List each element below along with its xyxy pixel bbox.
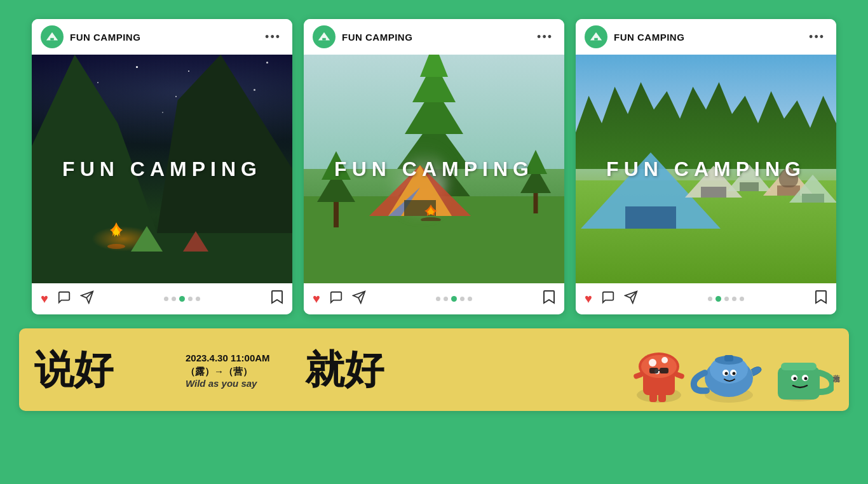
card-1-header: FUN CAMPING •••	[32, 19, 292, 55]
dot-1-4	[188, 297, 193, 301]
share-icon-2[interactable]	[352, 290, 366, 307]
svg-rect-24	[740, 182, 759, 191]
card-2-dots	[366, 296, 543, 302]
dot-2-3	[451, 296, 457, 302]
dot-1-5	[196, 297, 200, 301]
card-3-title: FUN CAMPING	[614, 32, 806, 43]
svg-rect-39	[660, 368, 668, 373]
svg-point-53	[733, 372, 736, 375]
dot-3-2	[715, 296, 721, 302]
dot-3-3	[724, 297, 729, 301]
svg-rect-6	[322, 38, 326, 41]
dot-3-1	[708, 297, 712, 301]
comment-icon-1[interactable]	[57, 290, 71, 307]
svg-rect-1	[50, 38, 54, 41]
card-2-footer-icons: ♥	[313, 290, 366, 307]
card-3-footer-icons: ♥	[585, 290, 638, 307]
banner-illustrations	[618, 335, 834, 405]
card-1-image: FUN CAMPING	[32, 55, 292, 283]
card-2: FUN CAMPING •••	[304, 19, 564, 314]
svg-point-35	[649, 359, 656, 366]
dot-2-4	[460, 297, 465, 301]
dot-1-1	[164, 297, 168, 301]
share-icon-3[interactable]	[624, 290, 638, 307]
share-icon-1[interactable]	[80, 290, 94, 307]
dot-2-1	[436, 297, 440, 301]
heart-icon-1[interactable]: ♥	[41, 292, 48, 306]
svg-point-60	[804, 377, 808, 380]
svg-rect-38	[649, 368, 658, 373]
comment-icon-2[interactable]	[329, 290, 343, 307]
dot-1-3	[179, 296, 185, 302]
svg-rect-15	[594, 38, 598, 41]
svg-point-34	[641, 355, 677, 378]
svg-point-36	[661, 357, 668, 363]
banner: 说好 2023.4.30 11:00AM （露）→（营） Wild as you…	[19, 328, 849, 411]
card-3: FUN CAMPING •••	[576, 19, 836, 314]
comment-icon-3[interactable]	[601, 290, 615, 307]
card-3-image: FUN CAMPING	[576, 55, 836, 283]
svg-rect-56	[781, 363, 817, 370]
banner-info: 2023.4.30 11:00AM （露）→（营） Wild as you sa…	[186, 351, 287, 389]
dot-2-5	[468, 297, 472, 301]
dot-2-2	[444, 297, 448, 301]
card-1-avatar	[41, 25, 64, 48]
banner-date: 2023.4.30 11:00AM	[186, 351, 287, 365]
card-1-title: FUN CAMPING	[70, 32, 262, 43]
card-3-footer: ♥	[576, 283, 836, 314]
bookmark-icon-2[interactable]	[543, 290, 555, 308]
svg-point-2	[107, 244, 125, 249]
svg-rect-44	[658, 393, 666, 402]
card-3-header: FUN CAMPING •••	[576, 19, 836, 55]
banner-left-text: 说好	[34, 350, 174, 389]
card-3-overlay: FUN CAMPING	[606, 158, 806, 181]
svg-rect-43	[649, 393, 657, 402]
svg-point-11	[421, 217, 441, 221]
banner-chinese-left: 说好	[34, 350, 174, 389]
dot-1-2	[172, 297, 176, 301]
svg-point-59	[794, 377, 797, 380]
card-2-overlay: FUN CAMPING	[334, 158, 534, 181]
card-1-dots	[94, 296, 271, 302]
banner-route: （露）→（营）	[186, 365, 287, 378]
dot-3-5	[740, 297, 744, 301]
banner-chinese-right: 就好	[305, 350, 384, 389]
banner-svg	[618, 335, 834, 405]
card-3-more[interactable]: •••	[806, 30, 827, 44]
banner-vertical-text: 营地出发	[832, 368, 841, 371]
card-2-footer: ♥	[304, 283, 564, 314]
card-2-more[interactable]: •••	[534, 30, 555, 44]
card-1-footer-icons: ♥	[41, 290, 94, 307]
svg-rect-55	[778, 366, 820, 400]
svg-rect-28	[802, 194, 824, 203]
svg-rect-49	[724, 355, 733, 361]
heart-icon-3[interactable]: ♥	[585, 292, 592, 306]
card-1: FUN CAMPING •••	[32, 19, 292, 314]
banner-subtitle: Wild as you say	[186, 378, 287, 389]
heart-icon-2[interactable]: ♥	[313, 292, 320, 306]
bookmark-icon-3[interactable]	[815, 290, 827, 308]
card-2-title: FUN CAMPING	[342, 32, 534, 43]
dot-3-4	[732, 297, 736, 301]
card-1-overlay: FUN CAMPING	[62, 158, 262, 181]
svg-rect-19	[625, 206, 676, 229]
svg-point-52	[725, 372, 728, 375]
card-3-avatar	[585, 25, 607, 48]
card-3-dots	[638, 296, 815, 302]
card-2-image: FUN CAMPING	[304, 55, 564, 283]
card-2-avatar	[313, 25, 336, 48]
card-1-more[interactable]: •••	[262, 30, 283, 44]
bookmark-icon-1[interactable]	[271, 290, 283, 308]
cards-row: FUN CAMPING •••	[19, 19, 849, 314]
card-2-header: FUN CAMPING •••	[304, 19, 564, 55]
card-1-footer: ♥	[32, 283, 292, 314]
svg-rect-22	[701, 187, 726, 198]
